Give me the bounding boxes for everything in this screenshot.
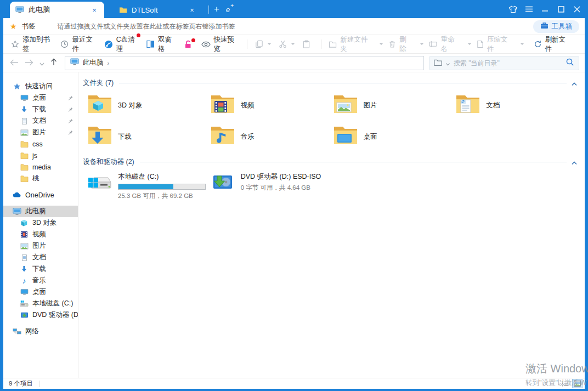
search-box[interactable] (429, 56, 579, 70)
folder-tile-3d-objects[interactable]: 3D 对象 (87, 92, 210, 118)
sidebar-item-pictures[interactable]: 图片 (3, 127, 78, 138)
sidebar-item-3d-objects[interactable]: 3D 对象 (3, 217, 78, 229)
sidebar-item-local-disk-c[interactable]: 本地磁盘 (C:) (3, 298, 78, 309)
compress-button[interactable]: 压缩文件 (477, 35, 510, 54)
sidebar-item-downloads[interactable]: 下载 (3, 104, 78, 115)
sidebar-item-videos[interactable]: 视频 (3, 229, 78, 240)
dual-pane-icon (146, 40, 155, 48)
rename-button[interactable]: 重命名 (429, 35, 457, 54)
folder-tile-pictures[interactable]: 图片 (333, 92, 456, 118)
disk-usage-bar (118, 184, 206, 190)
sidebar-item-desktop[interactable]: 桌面 (3, 92, 78, 104)
sidebar-item-documents[interactable]: 文档 (3, 115, 78, 127)
folder-tile-downloads[interactable]: 下载 (87, 123, 210, 150)
c-drive-clean-button[interactable]: C盘清理 (104, 35, 137, 54)
tab-bar: 此电脑 × DTLSoft × + e+ (0, 0, 588, 18)
new-folder-button[interactable]: 新建文件夹 (329, 35, 369, 54)
group-header-devices: 设备和驱动器 (2) (83, 157, 578, 167)
tab-close-icon[interactable]: × (90, 6, 99, 14)
folder-tile-documents[interactable]: 文档 (455, 92, 578, 118)
copy-button[interactable] (255, 40, 263, 48)
folder-tile-videos[interactable]: 视频 (210, 92, 333, 118)
sidebar-item-music[interactable]: ♪ 音乐 (3, 275, 78, 286)
sidebar-item-js[interactable]: js (3, 150, 78, 161)
sidebar-item-onedrive[interactable]: OneDrive (3, 189, 78, 201)
delete-button[interactable]: 删除 (388, 35, 410, 54)
tab-separator (208, 5, 209, 14)
new-folder-dropdown-icon[interactable] (380, 43, 383, 47)
breadcrumb-this-pc[interactable]: 此电脑 (83, 58, 104, 67)
tab-close-icon[interactable]: × (188, 6, 196, 14)
pin-icon (68, 117, 73, 125)
up-button[interactable] (50, 58, 57, 68)
sidebar-item-quick-access[interactable]: 快速访问 (3, 81, 78, 92)
group-header-folders: 文件夹 (7) (83, 78, 578, 88)
toolbox-button[interactable]: 工具箱 (533, 20, 580, 33)
folder-icon (118, 5, 127, 14)
minimize-button[interactable] (537, 0, 553, 18)
quick-preview-button[interactable]: 快速预览 (201, 35, 236, 54)
onedrive-cloud-icon (13, 191, 21, 200)
rename-dropdown-icon[interactable] (468, 43, 471, 47)
clock-icon (60, 40, 69, 48)
local-disk-icon (87, 171, 112, 195)
quick-access-star-icon (13, 82, 21, 91)
add-bookmark-button[interactable]: 添加到书签 (11, 35, 51, 54)
sidebar-item-documents[interactable]: 文档 (3, 252, 78, 263)
back-button[interactable] (10, 58, 19, 68)
address-box[interactable]: 此电脑 › (65, 56, 424, 70)
maximize-button[interactable] (553, 0, 569, 18)
new-tab-profile-icon[interactable]: e+ (226, 5, 230, 14)
collapse-chevron-icon[interactable] (572, 78, 577, 88)
items-count: 9 个项目 (9, 379, 33, 388)
thumbnail-view-icon[interactable] (573, 379, 582, 388)
cut-button[interactable] (279, 40, 287, 48)
collapse-chevron-icon[interactable] (572, 157, 577, 167)
folder-tile-desktop[interactable]: 桌面 (333, 123, 456, 150)
details-view-icon[interactable] (561, 379, 570, 388)
sidebar-item-this-pc[interactable]: 此电脑 (3, 206, 78, 217)
close-button[interactable] (569, 0, 585, 18)
drive-tile-local-disk-c[interactable]: 本地磁盘 (C:) 25.3 GB 可用，共 69.2 GB (87, 171, 210, 202)
sidebar-item-downloads[interactable]: 下载 (3, 263, 78, 275)
sidebar-item-pictures[interactable]: 图片 (3, 240, 78, 252)
3d-cube-icon (20, 219, 29, 228)
cut-dropdown-icon[interactable] (291, 43, 295, 47)
search-input[interactable] (454, 59, 562, 67)
copy-dropdown-icon[interactable] (268, 43, 271, 47)
sidebar-item-media[interactable]: media (3, 161, 78, 173)
folder-tile-music[interactable]: 音乐 (210, 123, 333, 150)
tab-this-pc[interactable]: 此电脑 × (10, 2, 104, 18)
drive-tile-dvd-d[interactable]: DVD 驱动器 (D:) ESD-ISO 0 字节 可用，共 4.64 GB (210, 171, 333, 202)
new-tab-plus-icon[interactable]: + (214, 4, 219, 14)
drives-grid: 本地磁盘 (C:) 25.3 GB 可用，共 69.2 GB DVD 驱动器 (… (87, 171, 578, 202)
search-icon[interactable] (566, 58, 574, 69)
dual-pane-button[interactable]: 双窗格 (146, 35, 174, 54)
delete-dropdown-icon[interactable] (420, 43, 423, 47)
pin-icon (68, 106, 73, 114)
search-scope-dropdown-icon[interactable] (446, 58, 450, 68)
bookmark-bar-hint: 请通过拖拽文件或文件夹放置在此处或在标签页右键添加书签 (58, 22, 235, 31)
eye-icon (201, 41, 211, 48)
theme-shirt-icon[interactable] (505, 0, 521, 18)
copy-icon (255, 40, 263, 48)
menu-icon[interactable] (521, 0, 537, 18)
sidebar-item-css[interactable]: css (3, 138, 78, 150)
refresh-button[interactable]: 刷新文件 (534, 35, 568, 54)
sidebar-item-tao[interactable]: 桃 (3, 173, 78, 184)
window-controls (505, 0, 588, 18)
breadcrumb-chevron-icon[interactable]: › (108, 60, 110, 66)
sidebar-item-dvd-drive-d[interactable]: DVD 驱动器 (D:) ESD-ISO (3, 309, 78, 321)
sidebar-item-desktop[interactable]: 桌面 (3, 286, 78, 298)
sidebar-item-network[interactable]: 网络 (3, 326, 78, 337)
unlock-button[interactable] (184, 40, 192, 49)
folder-icon (20, 151, 29, 160)
music-folder-icon (210, 124, 235, 149)
compress-dropdown-icon[interactable] (521, 43, 524, 47)
paste-button[interactable] (302, 40, 310, 48)
recent-files-button[interactable]: 最近文件 (60, 35, 94, 54)
history-dropdown-icon[interactable] (39, 58, 44, 68)
tab-dtlsoft[interactable]: DTLSoft × (113, 2, 202, 18)
forward-button[interactable] (25, 58, 33, 68)
file-manager-window: 此电脑 × DTLSoft × + e+ (0, 0, 588, 391)
